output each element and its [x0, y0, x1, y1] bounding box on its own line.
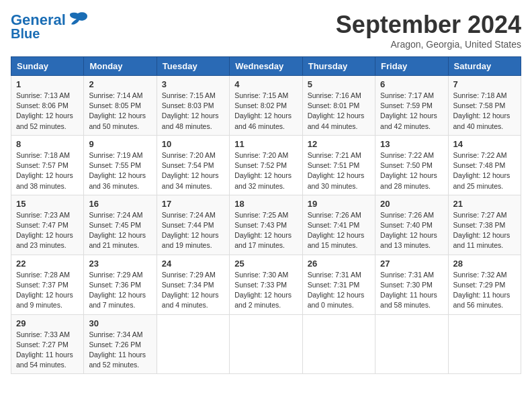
day-number: 16 [89, 199, 151, 209]
day-info: Sunrise: 7:34 AMSunset: 7:26 PMDaylight:… [89, 330, 151, 371]
day-number: 9 [89, 139, 151, 149]
table-row [302, 314, 375, 374]
table-row: 1 Sunrise: 7:13 AMSunset: 8:06 PMDayligh… [11, 76, 84, 136]
calendar: Sunday Monday Tuesday Wednesday Thursday… [11, 56, 521, 374]
logo-blue: Blue [11, 27, 40, 40]
day-info: Sunrise: 7:13 AMSunset: 8:06 PMDaylight:… [16, 91, 79, 132]
table-row: 3 Sunrise: 7:15 AMSunset: 8:03 PMDayligh… [157, 76, 229, 136]
table-row: 29 Sunrise: 7:33 AMSunset: 7:27 PMDaylig… [11, 314, 84, 374]
table-row: 10 Sunrise: 7:20 AMSunset: 7:54 PMDaylig… [157, 135, 229, 195]
table-row: 19 Sunrise: 7:26 AMSunset: 7:41 PMDaylig… [302, 195, 375, 255]
day-info: Sunrise: 7:29 AMSunset: 7:36 PMDaylight:… [89, 270, 151, 311]
day-number: 25 [234, 259, 297, 269]
table-row: 9 Sunrise: 7:19 AMSunset: 7:55 PMDayligh… [84, 135, 157, 195]
day-info: Sunrise: 7:15 AMSunset: 8:03 PMDaylight:… [162, 91, 224, 132]
day-info: Sunrise: 7:22 AMSunset: 7:48 PMDaylight:… [453, 150, 516, 191]
calendar-header-row: Sunday Monday Tuesday Wednesday Thursday… [11, 57, 521, 76]
day-info: Sunrise: 7:26 AMSunset: 7:41 PMDaylight:… [308, 210, 370, 251]
table-row [448, 314, 521, 374]
header: General Blue September 2024 Aragon, Geor… [11, 11, 521, 50]
day-number: 23 [89, 259, 151, 269]
table-row: 27 Sunrise: 7:31 AMSunset: 7:30 PMDaylig… [375, 255, 448, 314]
logo-text: General [11, 13, 66, 28]
day-info: Sunrise: 7:20 AMSunset: 7:52 PMDaylight:… [234, 150, 297, 191]
day-info: Sunrise: 7:27 AMSunset: 7:38 PMDaylight:… [453, 210, 516, 251]
title-area: September 2024 Aragon, Georgia, United S… [336, 11, 521, 50]
col-wednesday: Wednesday [230, 57, 302, 76]
table-row: 15 Sunrise: 7:23 AMSunset: 7:47 PMDaylig… [11, 195, 84, 255]
day-number: 28 [453, 259, 516, 269]
day-info: Sunrise: 7:21 AMSunset: 7:51 PMDaylight:… [308, 150, 370, 191]
table-row: 21 Sunrise: 7:27 AMSunset: 7:38 PMDaylig… [448, 195, 521, 255]
day-info: Sunrise: 7:14 AMSunset: 8:05 PMDaylight:… [89, 91, 151, 132]
day-number: 10 [162, 139, 224, 149]
day-info: Sunrise: 7:26 AMSunset: 7:40 PMDaylight:… [380, 210, 443, 251]
col-saturday: Saturday [448, 57, 521, 76]
day-number: 26 [308, 259, 370, 269]
day-info: Sunrise: 7:33 AMSunset: 7:27 PMDaylight:… [16, 330, 79, 371]
table-row: 17 Sunrise: 7:24 AMSunset: 7:44 PMDaylig… [157, 195, 229, 255]
calendar-week-row: 22 Sunrise: 7:28 AMSunset: 7:37 PMDaylig… [11, 255, 521, 314]
table-row: 8 Sunrise: 7:18 AMSunset: 7:57 PMDayligh… [11, 135, 84, 195]
day-info: Sunrise: 7:32 AMSunset: 7:29 PMDaylight:… [453, 270, 516, 311]
table-row: 5 Sunrise: 7:16 AMSunset: 8:01 PMDayligh… [302, 76, 375, 136]
table-row [375, 314, 448, 374]
day-info: Sunrise: 7:28 AMSunset: 7:37 PMDaylight:… [16, 270, 79, 311]
day-info: Sunrise: 7:18 AMSunset: 7:57 PMDaylight:… [16, 150, 79, 191]
day-number: 13 [380, 139, 443, 149]
day-number: 18 [234, 199, 297, 209]
col-tuesday: Tuesday [157, 57, 229, 76]
calendar-week-row: 8 Sunrise: 7:18 AMSunset: 7:57 PMDayligh… [11, 135, 521, 195]
day-number: 27 [380, 259, 443, 269]
table-row: 7 Sunrise: 7:18 AMSunset: 7:58 PMDayligh… [448, 76, 521, 136]
day-info: Sunrise: 7:18 AMSunset: 7:58 PMDaylight:… [453, 91, 516, 132]
col-friday: Friday [375, 57, 448, 76]
col-sunday: Sunday [11, 57, 84, 76]
table-row: 22 Sunrise: 7:28 AMSunset: 7:37 PMDaylig… [11, 255, 84, 314]
day-number: 29 [16, 318, 79, 328]
logo-bird-icon [67, 11, 89, 30]
table-row [230, 314, 302, 374]
day-number: 19 [308, 199, 370, 209]
day-number: 3 [162, 79, 224, 89]
day-number: 21 [453, 199, 516, 209]
day-number: 5 [308, 79, 370, 89]
day-info: Sunrise: 7:31 AMSunset: 7:31 PMDaylight:… [308, 270, 370, 311]
day-info: Sunrise: 7:15 AMSunset: 8:02 PMDaylight:… [234, 91, 297, 132]
day-info: Sunrise: 7:20 AMSunset: 7:54 PMDaylight:… [162, 150, 224, 191]
table-row: 14 Sunrise: 7:22 AMSunset: 7:48 PMDaylig… [448, 135, 521, 195]
table-row: 20 Sunrise: 7:26 AMSunset: 7:40 PMDaylig… [375, 195, 448, 255]
table-row: 12 Sunrise: 7:21 AMSunset: 7:51 PMDaylig… [302, 135, 375, 195]
table-row: 23 Sunrise: 7:29 AMSunset: 7:36 PMDaylig… [84, 255, 157, 314]
col-thursday: Thursday [302, 57, 375, 76]
table-row: 18 Sunrise: 7:25 AMSunset: 7:43 PMDaylig… [230, 195, 302, 255]
day-number: 4 [234, 79, 297, 89]
table-row: 13 Sunrise: 7:22 AMSunset: 7:50 PMDaylig… [375, 135, 448, 195]
day-number: 7 [453, 79, 516, 89]
table-row: 24 Sunrise: 7:29 AMSunset: 7:34 PMDaylig… [157, 255, 229, 314]
day-number: 6 [380, 79, 443, 89]
table-row: 16 Sunrise: 7:24 AMSunset: 7:45 PMDaylig… [84, 195, 157, 255]
table-row: 30 Sunrise: 7:34 AMSunset: 7:26 PMDaylig… [84, 314, 157, 374]
table-row: 11 Sunrise: 7:20 AMSunset: 7:52 PMDaylig… [230, 135, 302, 195]
day-number: 17 [162, 199, 224, 209]
day-info: Sunrise: 7:25 AMSunset: 7:43 PMDaylight:… [234, 210, 297, 251]
day-number: 15 [16, 199, 79, 209]
day-info: Sunrise: 7:17 AMSunset: 7:59 PMDaylight:… [380, 91, 443, 132]
day-number: 20 [380, 199, 443, 209]
day-info: Sunrise: 7:24 AMSunset: 7:45 PMDaylight:… [89, 210, 151, 251]
day-info: Sunrise: 7:24 AMSunset: 7:44 PMDaylight:… [162, 210, 224, 251]
day-number: 30 [89, 318, 151, 328]
table-row: 26 Sunrise: 7:31 AMSunset: 7:31 PMDaylig… [302, 255, 375, 314]
day-info: Sunrise: 7:30 AMSunset: 7:33 PMDaylight:… [234, 270, 297, 311]
day-info: Sunrise: 7:31 AMSunset: 7:30 PMDaylight:… [380, 270, 443, 311]
day-info: Sunrise: 7:29 AMSunset: 7:34 PMDaylight:… [162, 270, 224, 311]
table-row: 6 Sunrise: 7:17 AMSunset: 7:59 PMDayligh… [375, 76, 448, 136]
col-monday: Monday [84, 57, 157, 76]
calendar-week-row: 29 Sunrise: 7:33 AMSunset: 7:27 PMDaylig… [11, 314, 521, 374]
month-title: September 2024 [336, 11, 521, 39]
location: Aragon, Georgia, United States [336, 39, 521, 50]
day-number: 11 [234, 139, 297, 149]
calendar-week-row: 1 Sunrise: 7:13 AMSunset: 8:06 PMDayligh… [11, 76, 521, 136]
table-row: 4 Sunrise: 7:15 AMSunset: 8:02 PMDayligh… [230, 76, 302, 136]
